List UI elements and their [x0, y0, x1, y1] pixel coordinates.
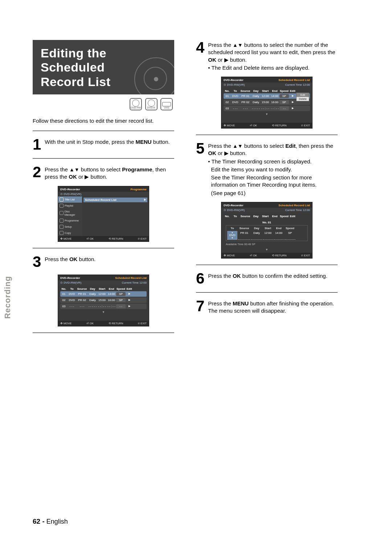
menu-item-copy[interactable]: Copy: [58, 230, 82, 236]
step-text: Press the MENU button after finishing th…: [208, 299, 338, 315]
return-icon: ⟲: [272, 124, 274, 127]
osd-main-option[interactable]: Scheduled Record List ▶: [83, 198, 147, 202]
step-4: 4 Press the ▲▼ buttons to select the num…: [196, 40, 338, 72]
exit-icon: ⎚: [301, 254, 303, 257]
edit-row[interactable]: ▲DVD▼ PR 01 Daily 12:00 14:00 SP: [227, 231, 306, 240]
separator: [33, 248, 174, 248]
separator: [33, 158, 174, 159]
step-number: 2: [33, 165, 41, 181]
info-line: See the Timer Recording section for more…: [211, 174, 338, 189]
step-5: 5 Press the ▲▼ buttons to select Edit, t…: [196, 141, 338, 197]
playlist-icon: [60, 204, 64, 208]
intro-text: Follow these directions to edit the time…: [33, 117, 174, 125]
page-number: 62 -: [33, 517, 45, 525]
chevron-right-icon: ▶: [289, 94, 296, 98]
step-number: 6: [196, 271, 204, 286]
table-header: No.ToSourceDayStartEndSpeedEdit: [224, 214, 310, 219]
menu-item-programme[interactable]: Programme: [58, 218, 82, 224]
chevron-right-icon: ▶: [289, 100, 296, 104]
osd-subtitle: Scheduled Record List: [115, 276, 147, 280]
menu-item-titlelist[interactable]: Title List: [58, 196, 82, 203]
page-language: English: [45, 518, 68, 525]
exit-icon: ⎚: [301, 124, 303, 127]
menu-item-playlist[interactable]: Playlist: [58, 203, 82, 209]
section-title: Editing the Scheduled Record List: [33, 40, 174, 94]
table-row[interactable]: 01DVDPR 01Daily12:0014:00SP▶ Edit Delete: [224, 93, 310, 99]
osd-device: DVD-Recorder: [224, 204, 244, 207]
osd-current-time: Current Time 12:00: [122, 281, 147, 284]
osd-subtitle: Scheduled Record List: [278, 204, 310, 207]
menu-item-setup[interactable]: Setup: [58, 224, 82, 230]
osd-footer: ✥ MOVE ⏎ OK ⟲ RETURN ⎚ EXIT: [221, 123, 312, 128]
right-column: 4 Press the ▲▼ buttons to select the num…: [196, 40, 338, 339]
osd-current-time: Current Time 12:00: [285, 83, 310, 86]
chevron-right-icon: ▶: [144, 198, 146, 202]
step-6: 6 Press the OK button to confirm the edi…: [196, 271, 338, 286]
scroll-down-icon: ▼: [224, 247, 310, 251]
osd-edit-form: DVD-Recorder Scheduled Record List ⊙ DVD…: [221, 202, 313, 259]
info-line: Edit the items you want to modify.: [211, 166, 338, 173]
media-icon-dvdrw: DVD-RW: [130, 98, 142, 110]
osd-disc-type: ⊙ DVD-RW(VR): [60, 192, 81, 196]
osd-device: DVD-Recorder: [60, 276, 80, 280]
bullet-line: • The Edit and Delete items are displaye…: [208, 64, 338, 72]
table-row[interactable]: 03- - -- - -- - - - -- - : - -- - : - --…: [60, 304, 147, 309]
copy-icon: [60, 231, 64, 235]
step-text: With the unit in Stop mode, press the ME…: [45, 137, 170, 152]
step-text: Press the OK button.: [45, 254, 95, 269]
step-2: 2 Press the ▲▼ buttons to select Program…: [33, 165, 174, 181]
step-text: Press the OK button to confirm the edite…: [208, 271, 327, 286]
step-number: 3: [33, 254, 41, 269]
table-header: No.ToSourceDayStartEndSpeedEdit: [60, 287, 147, 291]
left-column: Editing the Scheduled Record List DVD-RW…: [33, 40, 174, 339]
media-icon-vhs: VHS: [160, 98, 173, 110]
move-icon: ✥: [60, 322, 63, 325]
chevron-right-icon: ▶: [289, 106, 296, 110]
popup-delete[interactable]: Delete: [297, 97, 309, 101]
table-row[interactable]: 02DVDPR 02Daily15:0016:00SP▶: [60, 297, 147, 303]
osd-side-menu: Title List Playlist Disc Manager Program…: [58, 196, 82, 236]
section-tab: Recording: [3, 276, 12, 319]
table-row[interactable]: 01DVDPR 01Daily12:0014:00SP▶: [60, 291, 147, 297]
exit-icon: ⎚: [138, 322, 140, 325]
arrow-up-down-icon: ▲▼: [233, 42, 243, 48]
step-1: 1 With the unit in Stop mode, press the …: [33, 137, 174, 152]
gear-icon: [60, 225, 64, 229]
return-icon: ⟲: [272, 254, 274, 257]
separator: [196, 264, 338, 265]
bullet-line: • The Timer Recording screen is displaye…: [208, 158, 338, 165]
osd-current-time: Current Time 12:00: [285, 208, 310, 212]
arrow-up-down-icon: ▲▼: [233, 143, 243, 149]
step-number: 5: [196, 141, 204, 197]
clock-icon: [60, 219, 64, 223]
step-number: 4: [196, 40, 204, 72]
menu-item-discmanager[interactable]: Disc Manager: [58, 209, 82, 218]
scroll-down-icon: ▼: [224, 112, 310, 116]
chevron-right-icon: ▶: [126, 292, 133, 296]
step-text: Press the ▲▼ buttons to select the numbe…: [208, 40, 338, 72]
media-icon-dvdr: DVD-R: [145, 98, 158, 110]
move-icon: ✥: [60, 237, 63, 240]
exit-icon: ⎚: [138, 237, 140, 240]
chevron-right-icon: ▶: [126, 298, 133, 302]
popup-edit[interactable]: Edit: [297, 93, 309, 97]
step-text: Press the ▲▼ buttons to select Programme…: [45, 165, 174, 181]
osd-disc-type: ⊙ DVD-RW(VR): [224, 208, 245, 212]
disc-icon: [60, 211, 64, 215]
move-icon: ✥: [224, 254, 226, 257]
osd-scheduled-list-popup: DVD-Recorder Scheduled Record List ⊙ DVD…: [221, 77, 313, 129]
osd-scheduled-list: DVD-Recorder Scheduled Record List ⊙ DVD…: [58, 275, 149, 326]
context-popup[interactable]: Edit Delete: [296, 93, 309, 101]
table-row[interactable]: 03- - -- - -- - - - -- - : - -- - : - --…: [224, 106, 310, 111]
step-number: 1: [33, 137, 41, 152]
osd-subtitle: Programme: [131, 188, 147, 191]
osd-device: DVD-Recorder: [224, 78, 244, 82]
page-footer: 62 - English: [33, 517, 68, 525]
osd-disc-type: ⊙ DVD-RW(VR): [224, 83, 245, 86]
return-icon: ⟲: [109, 322, 111, 325]
step-7: 7 Press the MENU button after finishing …: [196, 299, 338, 315]
ok-icon: ⏎: [250, 124, 252, 127]
available-time: Available Time 00:48 SP: [226, 241, 308, 246]
separator: [33, 332, 174, 333]
step-3: 3 Press the OK button.: [33, 254, 174, 269]
